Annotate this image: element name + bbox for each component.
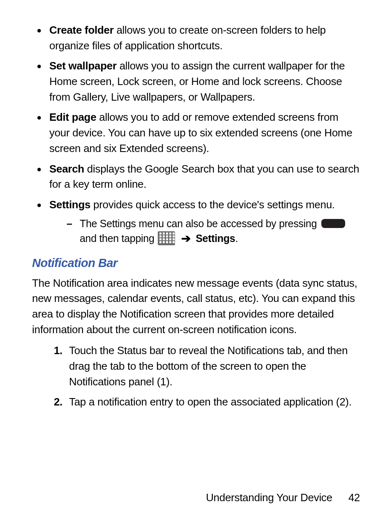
footer-section: Understanding Your Device	[206, 491, 332, 504]
footer-page-number: 42	[348, 491, 360, 504]
page: Create folder allows you to create on-sc…	[0, 0, 392, 532]
dash-icon: –	[67, 216, 72, 231]
bullet-create-folder: Create folder allows you to create on-sc…	[32, 23, 360, 53]
bullet-desc: provides quick access to the device's se…	[90, 198, 335, 211]
step-1: 1. Touch the Status bar to reveal the No…	[43, 343, 360, 389]
page-footer: Understanding Your Device 42	[206, 490, 360, 506]
step-2: 2. Tap a notification entry to open the …	[43, 394, 360, 410]
sub-period: .	[235, 233, 238, 244]
step-number: 1.	[43, 343, 62, 359]
bullet-edit-page: Edit page allows you to add or remove ex…	[32, 110, 360, 156]
bullet-term: Edit page	[49, 111, 96, 123]
sub-bullet-settings: – The Settings menu can also be accessed…	[49, 216, 360, 248]
bullet-term: Set wallpaper	[49, 60, 117, 72]
bullet-settings: Settings provides quick access to the de…	[32, 197, 360, 248]
bullet-desc: displays the Google Search box that you …	[49, 163, 359, 191]
sub-mid: and then tapping	[80, 233, 157, 244]
sub-target: Settings	[196, 233, 235, 244]
section-heading-notification-bar: Notification Bar	[32, 254, 360, 272]
bullet-term: Search	[49, 163, 84, 175]
home-button-icon	[321, 219, 345, 228]
step-text: Tap a notification entry to open the ass…	[69, 396, 352, 408]
bullet-search: Search displays the Google Search box th…	[32, 161, 360, 192]
bullet-term: Create folder	[49, 24, 113, 36]
section-paragraph: The Notification area indicates new mess…	[32, 276, 360, 338]
bullet-set-wallpaper: Set wallpaper allows you to assign the c…	[32, 58, 360, 105]
step-text: Touch the Status bar to reveal the Notif…	[69, 344, 348, 387]
arrow-right-icon: ➔	[181, 230, 191, 247]
steps-list: 1. Touch the Status bar to reveal the No…	[43, 343, 360, 410]
bullet-term: Settings	[49, 198, 90, 211]
feature-bullet-list: Create folder allows you to create on-sc…	[32, 23, 360, 248]
sub-lead: The Settings menu can also be accessed b…	[80, 218, 320, 229]
step-number: 2.	[43, 394, 62, 410]
apps-grid-icon	[158, 231, 175, 245]
